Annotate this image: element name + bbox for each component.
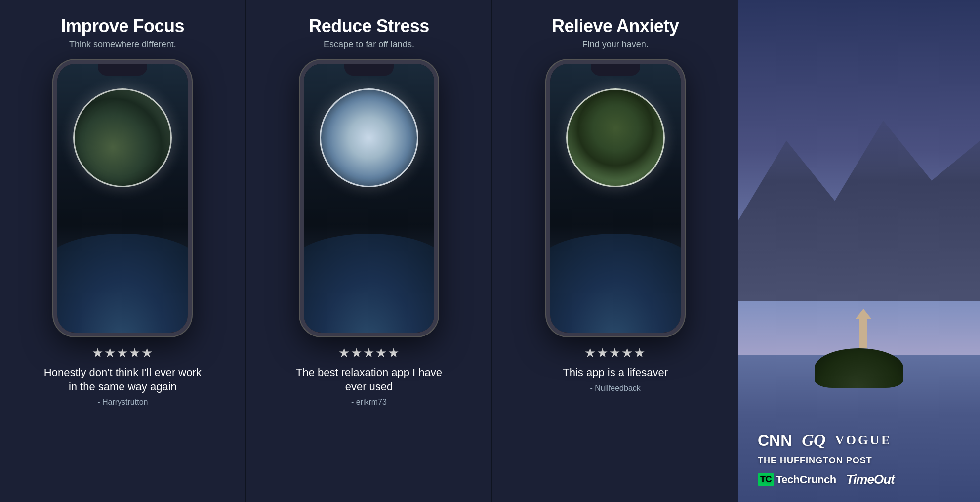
phone-frame-2: EILEAN DONAN SCOTLAND (300, 60, 438, 336)
phone-screen-1: QUIRAING ISLE OF SKYE (57, 64, 188, 333)
techcrunch-logo: TCTechCrunch (758, 473, 836, 486)
panel-subtitle-1: Think somewhere different. (69, 40, 176, 50)
review-section-3: ★★★★★ This app is a lifesaver - Nullfeed… (563, 345, 668, 393)
phone-notch-2 (344, 64, 394, 76)
phone-panel-1: Improve Focus Think somewhere different.… (0, 0, 246, 502)
earth-bg-2 (304, 234, 434, 333)
stars-2: ★★★★★ (338, 345, 400, 361)
media-logos-container: CNN GQ VOGUE THE HUFFINGTON POST TCTechC… (758, 431, 960, 487)
phone-screen-3: UPPER PERIČNIK FALLS SLOVENIA (550, 64, 681, 333)
stars-1: ★★★★★ (92, 345, 154, 361)
tc-box: TC (758, 473, 774, 486)
review-author-1: - Harrystrutton (97, 398, 148, 407)
earth-bg-3 (550, 234, 681, 333)
panel-title-2: Reduce Stress (309, 16, 429, 37)
cnn-logo: CNN (758, 431, 792, 450)
media-row-3: TCTechCrunch TimeOut (758, 472, 960, 487)
stars-3: ★★★★★ (584, 345, 646, 361)
phone-frame-1: QUIRAING ISLE OF SKYE (53, 60, 192, 336)
panel-subtitle-3: Find your haven. (582, 40, 649, 50)
panel-title-3: Relieve Anxiety (552, 16, 679, 37)
review-section-1: ★★★★★ Honestly don't think I'll ever wor… (43, 345, 202, 407)
phone-panel-2: Reduce Stress Escape to far off lands. E… (246, 0, 493, 502)
phone-notch-1 (98, 64, 147, 76)
panel-title-1: Improve Focus (61, 16, 185, 37)
review-text-2: The best relaxation app I have ever used (290, 366, 448, 394)
promo-content: CNN GQ VOGUE THE HUFFINGTON POST TCTechC… (738, 0, 980, 502)
review-text-3: This app is a lifesaver (563, 366, 668, 380)
media-row-1: CNN GQ VOGUE (758, 431, 960, 450)
circle-viewport-2 (320, 88, 418, 187)
earth-bg-1 (57, 234, 188, 333)
huffpost-logo: THE HUFFINGTON POST (758, 456, 872, 466)
gq-logo: GQ (802, 431, 825, 450)
review-text-1: Honestly don't think I'll ever work in t… (43, 366, 202, 394)
media-row-2: THE HUFFINGTON POST (758, 456, 960, 466)
phone-notch-3 (591, 64, 640, 76)
phone-panel-3: Relieve Anxiety Find your haven. UPPER P… (492, 0, 738, 502)
vogue-logo: VOGUE (835, 433, 892, 448)
circle-viewport-1 (73, 88, 172, 187)
phone-frame-3: UPPER PERIČNIK FALLS SLOVENIA (546, 60, 685, 336)
promo-panel: CNN GQ VOGUE THE HUFFINGTON POST TCTechC… (738, 0, 980, 502)
phone-screen-2: EILEAN DONAN SCOTLAND (304, 64, 434, 333)
timeout-logo: TimeOut (846, 472, 895, 487)
review-section-2: ★★★★★ The best relaxation app I have eve… (290, 345, 448, 407)
review-author-3: - Nullfeedback (590, 384, 641, 393)
panel-subtitle-2: Escape to far off lands. (324, 40, 414, 50)
review-author-2: - erikrm73 (351, 398, 387, 407)
circle-viewport-3 (566, 88, 665, 187)
as-seen-section: CNN GQ VOGUE THE HUFFINGTON POST TCTechC… (758, 413, 960, 487)
